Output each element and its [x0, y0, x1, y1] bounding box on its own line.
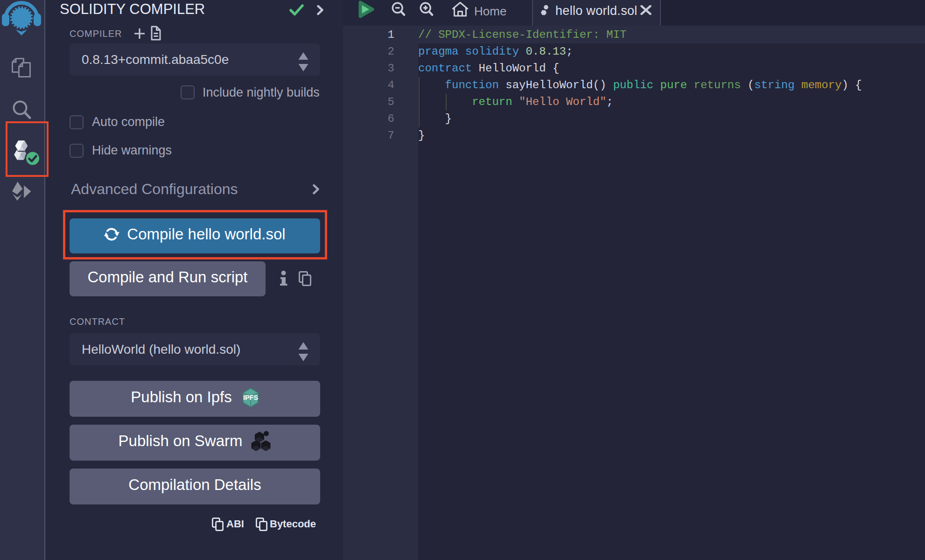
svg-text:IPFS: IPFS [243, 393, 259, 401]
